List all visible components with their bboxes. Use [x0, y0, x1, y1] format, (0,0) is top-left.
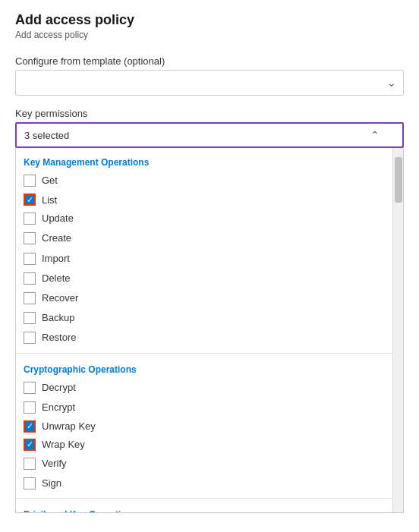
- checkbox-get[interactable]: [24, 175, 36, 187]
- scrollbar-thumb[interactable]: [395, 157, 402, 203]
- permissions-dropdown-header[interactable]: 3 selected ⌃: [15, 122, 404, 148]
- divider-2: [16, 498, 392, 499]
- label-wrap-key: Wrap Key: [42, 439, 85, 450]
- checkbox-recover[interactable]: [24, 292, 36, 304]
- checkbox-sign[interactable]: [24, 477, 36, 490]
- checkbox-item-create[interactable]: Create: [16, 228, 392, 248]
- checkbox-encrypt[interactable]: [24, 401, 36, 414]
- checkbox-item-get[interactable]: Get: [16, 171, 392, 190]
- checkbox-import[interactable]: [24, 253, 36, 265]
- checkmark-wrap-icon: ✓: [27, 440, 33, 449]
- checkbox-wrap-key[interactable]: ✓: [24, 439, 36, 451]
- checkbox-update[interactable]: [24, 212, 36, 225]
- page-container: Add access policy Add access policy Conf…: [0, 0, 419, 525]
- label-verify: Verify: [42, 457, 67, 471]
- label-get: Get: [42, 174, 58, 187]
- template-select[interactable]: [15, 70, 404, 96]
- checkbox-verify[interactable]: [24, 458, 36, 470]
- label-import: Import: [42, 252, 70, 266]
- checkbox-restore[interactable]: [24, 332, 36, 344]
- label-update: Update: [42, 212, 74, 225]
- section-header-privileged: Privileged Key Operations: [16, 503, 392, 512]
- permissions-list-container: Key Management Operations Get ✓ List Up: [15, 148, 404, 513]
- permissions-chevron-up-icon: ⌃: [370, 129, 380, 141]
- checkbox-item-decrypt[interactable]: Decrypt: [16, 378, 392, 398]
- checkbox-item-backup[interactable]: Backup: [16, 308, 392, 328]
- divider-1: [16, 353, 392, 354]
- template-select-wrapper: ⌄: [15, 70, 404, 96]
- checkbox-delete[interactable]: [24, 272, 36, 285]
- label-backup: Backup: [42, 311, 74, 325]
- label-sign: Sign: [42, 477, 61, 490]
- breadcrumb: Add access policy: [15, 30, 404, 40]
- section-header-cryptographic: Cryptographic Operations: [16, 358, 392, 378]
- page-title: Add access policy: [15, 12, 404, 28]
- permissions-selected-text: 3 selected: [24, 130, 69, 141]
- checkbox-item-verify[interactable]: Verify: [16, 454, 392, 474]
- checkbox-item-encrypt[interactable]: Encrypt: [16, 398, 392, 417]
- section-header-key-management: Key Management Operations: [16, 151, 392, 171]
- checkbox-create[interactable]: [24, 232, 36, 244]
- checkbox-backup[interactable]: [24, 312, 36, 324]
- checkbox-item-update[interactable]: Update: [16, 209, 392, 228]
- checkbox-list[interactable]: ✓: [24, 194, 36, 206]
- checkbox-item-recover[interactable]: Recover: [16, 288, 392, 308]
- permissions-scroll-area[interactable]: Key Management Operations Get ✓ List Up: [16, 148, 392, 512]
- label-recover: Recover: [42, 291, 78, 305]
- label-decrypt: Decrypt: [42, 381, 76, 395]
- label-create: Create: [42, 231, 71, 245]
- scrollbar-track[interactable]: [392, 148, 403, 512]
- label-restore: Restore: [42, 331, 77, 345]
- checkmark-list-icon: ✓: [27, 196, 33, 204]
- checkbox-item-import[interactable]: Import: [16, 249, 392, 269]
- label-delete: Delete: [42, 272, 71, 285]
- checkbox-unwrap-key[interactable]: ✓: [24, 420, 36, 433]
- checkbox-decrypt[interactable]: [24, 382, 36, 394]
- label-encrypt: Encrypt: [42, 401, 75, 414]
- checkbox-item-unwrap-key[interactable]: ✓ Unwrap Key: [16, 417, 392, 436]
- permissions-dropdown-wrapper: 3 selected ⌃ Key Management Operations G…: [15, 122, 404, 513]
- checkbox-item-wrap-key[interactable]: ✓ Wrap Key: [16, 436, 392, 454]
- checkbox-item-restore[interactable]: Restore: [16, 328, 392, 348]
- checkbox-item-sign[interactable]: Sign: [16, 474, 392, 493]
- template-label: Configure from template (optional): [15, 55, 404, 67]
- checkbox-item-list[interactable]: ✓ List: [16, 190, 392, 209]
- label-unwrap-key: Unwrap Key: [42, 420, 96, 432]
- label-list: List: [42, 194, 57, 206]
- permissions-label: Key permissions: [15, 108, 404, 119]
- checkmark-unwrap-icon: ✓: [27, 422, 33, 430]
- checkbox-item-delete[interactable]: Delete: [16, 269, 392, 288]
